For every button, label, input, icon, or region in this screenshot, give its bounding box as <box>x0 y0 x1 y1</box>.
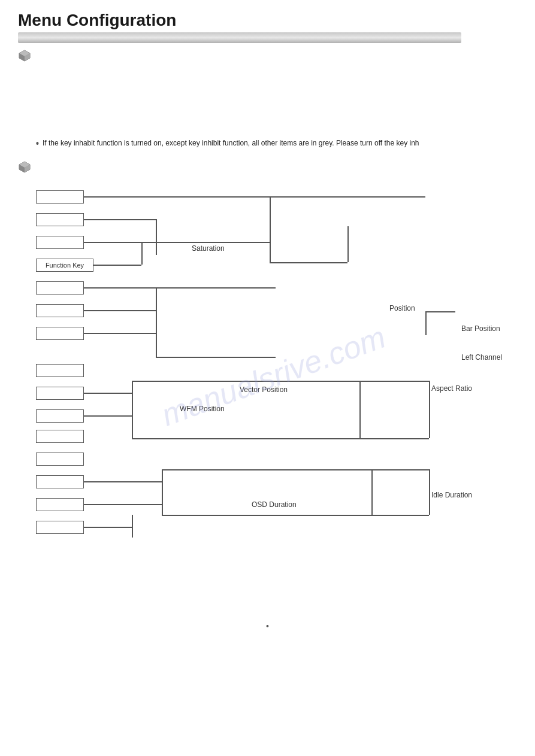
section-top <box>0 49 535 67</box>
hline-fk-extend <box>141 242 270 243</box>
saturation-label: Saturation <box>192 244 225 253</box>
menu-box-14 <box>36 498 84 511</box>
bottom-bullet: • <box>0 621 535 643</box>
line-7 <box>84 333 156 334</box>
hline-sat-bottom <box>270 262 347 263</box>
cube-icon-bottom <box>18 160 31 174</box>
vline-vw-r <box>359 381 361 438</box>
hline-id-top <box>371 469 429 470</box>
vline-2 <box>156 219 157 255</box>
bar-position-label: Bar Position <box>461 324 500 333</box>
vline-15 <box>132 515 133 538</box>
menu-box-6 <box>36 304 84 317</box>
watermark: manualsrive.com <box>157 319 391 433</box>
menu-box-12 <box>36 453 84 466</box>
hline-osd-bot <box>162 515 371 516</box>
hline-ar-top <box>359 381 429 382</box>
line-10 <box>84 415 132 417</box>
page-title: Menu Configuration <box>18 11 517 30</box>
position-label: Position <box>389 304 415 312</box>
menu-box-9 <box>36 387 84 400</box>
hline-vw-top <box>132 381 359 382</box>
menu-box-11 <box>36 430 84 443</box>
vline-vw <box>132 381 133 438</box>
menu-box-15 <box>36 521 84 534</box>
vline-sat-right <box>270 196 271 262</box>
page-header: Menu Configuration <box>0 0 535 43</box>
menu-box-5 <box>36 281 84 294</box>
menu-box-13 <box>36 475 84 488</box>
line-2-short <box>84 219 156 220</box>
idle-duration-label: Idle Duration <box>431 491 472 499</box>
line-13 <box>84 481 162 482</box>
vline-fk <box>141 242 143 265</box>
hline-osd-top <box>162 469 371 470</box>
hline-cluster-l <box>156 357 276 358</box>
function-key-label: Function Key <box>36 260 93 269</box>
vector-position-label: Vector Position <box>240 385 288 394</box>
hline-5-r <box>156 287 276 289</box>
line-15 <box>84 527 132 528</box>
hline-vw-bot <box>132 438 359 439</box>
hline-ar-bot <box>359 438 429 439</box>
vline-pos <box>425 311 427 335</box>
cube-icon-top <box>18 49 31 62</box>
aspect-ratio-label: Aspect Ratio <box>431 384 472 393</box>
vline-id <box>429 469 430 515</box>
menu-box-1 <box>36 190 84 204</box>
menu-box-8 <box>36 364 84 377</box>
diagram-container: manualsrive.com Saturation Function Key <box>36 178 515 597</box>
wfm-position-label: WFM Position <box>180 405 225 413</box>
line-9 <box>84 393 132 394</box>
menu-box-2 <box>36 213 84 226</box>
hline-pos-top <box>425 311 455 312</box>
vline-cluster-l <box>156 287 157 357</box>
hline-sat-top <box>270 196 377 198</box>
menu-box-10 <box>36 409 84 423</box>
note-bullet: If the key inhabit function is turned on… <box>36 139 535 148</box>
section-diagram: manualsrive.com Saturation Function Key <box>0 160 535 597</box>
left-channel-label: Left Channel <box>461 353 502 362</box>
menu-box-7 <box>36 327 84 340</box>
vline-sat-r2 <box>347 226 349 262</box>
vline-osd-r <box>371 469 373 515</box>
vline-ar <box>429 381 430 438</box>
line-6 <box>84 310 156 311</box>
line-5 <box>84 287 156 289</box>
header-bar <box>18 32 461 43</box>
osd-duration-label: OSD Duration <box>252 500 297 509</box>
line-14 <box>84 504 162 505</box>
line-fk <box>93 265 141 266</box>
menu-box-3 <box>36 236 84 249</box>
vline-osd <box>162 469 163 515</box>
hline-id-bot <box>371 515 429 516</box>
